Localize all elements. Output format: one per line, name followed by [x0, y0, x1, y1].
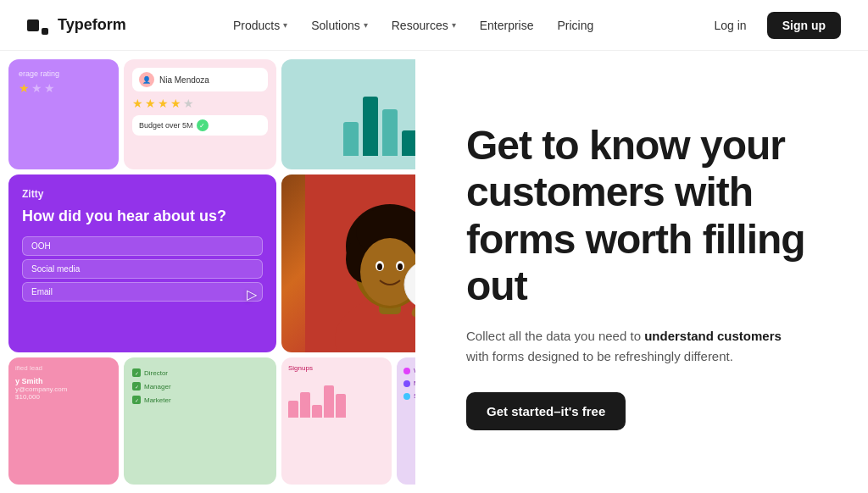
- bar: [382, 109, 398, 156]
- lead-name: y Smith: [15, 377, 112, 385]
- cta-button[interactable]: Get started–it's free: [466, 392, 626, 430]
- subtitle-end: with forms designed to be refreshingly d…: [466, 349, 733, 363]
- answer-option-3: Email ▷: [22, 282, 263, 302]
- roles-card: ✓ Director ✓ Manager ✓ Marketer: [124, 357, 276, 485]
- bar-chart-card: [281, 59, 415, 169]
- mini-bar: [288, 401, 298, 418]
- signups-card: Signups: [281, 357, 392, 485]
- svg-point-12: [398, 263, 403, 270]
- logo-text: Typeform: [58, 16, 126, 34]
- check-icon: ✓: [132, 396, 141, 404]
- photo-card: [281, 174, 415, 352]
- person-photo: [281, 174, 415, 352]
- lead-value: $10,000: [15, 393, 112, 401]
- bar: [363, 97, 378, 156]
- mini-bar: [312, 405, 322, 418]
- lead-title: ified lead: [15, 364, 112, 372]
- answer-option-1: OOH: [22, 236, 263, 256]
- user-name: Nia Mendoza: [159, 75, 209, 85]
- avatar: 👤: [139, 72, 154, 87]
- star-empty-icon: ★: [44, 81, 55, 95]
- people-item: Monday: [403, 377, 415, 390]
- main-nav: Products ▾ Solutions ▾ Resources ▾ Enter…: [223, 14, 604, 37]
- chevron-down-icon: ▾: [283, 20, 287, 30]
- form-card: Zitty How did you hear about us? OOH Soc…: [8, 174, 276, 352]
- check-icon: ✓: [132, 368, 141, 377]
- user-info: 👤 Nia Mendoza: [132, 68, 268, 91]
- bar: [343, 122, 359, 156]
- subtitle-plain: Collect all the data you need to: [466, 329, 644, 343]
- budget-label: Budget over 5M: [139, 121, 193, 130]
- mini-chart: [288, 375, 385, 418]
- hero-text: Get to know your customers with forms wo…: [415, 51, 868, 493]
- mini-bar: [336, 394, 346, 418]
- subtitle-bold: understand customers: [644, 329, 782, 343]
- signup-button[interactable]: Sign up: [767, 12, 841, 39]
- logo[interactable]: Typeform: [27, 16, 126, 35]
- nav-enterprise[interactable]: Enterprise: [470, 14, 544, 37]
- mini-bar: [300, 392, 310, 418]
- hero-illustration: erage rating ★ ★ ★ 👤 Nia Mendoza ★ ★ ★ ★: [0, 51, 415, 493]
- nav-solutions[interactable]: Solutions ▾: [301, 14, 378, 37]
- rating-label: erage rating: [19, 69, 108, 78]
- dot-icon: [403, 368, 410, 374]
- chevron-down-icon: ▾: [452, 20, 456, 30]
- chevron-down-icon: ▾: [364, 20, 368, 30]
- rating-card: erage rating ★ ★ ★: [8, 59, 119, 169]
- nav-products[interactable]: Products ▾: [223, 14, 298, 37]
- login-button[interactable]: Log in: [701, 12, 760, 39]
- hero-subtitle: Collect all the data you need to underst…: [466, 326, 788, 367]
- svg-point-11: [377, 263, 382, 270]
- hero-title: Get to know your customers with forms wo…: [466, 122, 826, 309]
- form-question: How did you hear about us?: [22, 207, 263, 226]
- nav-resources[interactable]: Resources ▾: [381, 14, 466, 37]
- lead-email: y@company.com: [15, 385, 112, 393]
- header: Typeform Products ▾ Solutions ▾ Resource…: [0, 0, 868, 51]
- logo-icon: [27, 16, 51, 35]
- dot-icon: [403, 380, 410, 387]
- dot-icon: [403, 393, 410, 400]
- header-actions: Log in Sign up: [701, 12, 841, 39]
- user-card: 👤 Nia Mendoza ★ ★ ★ ★ ★ Budget over 5M ✓: [124, 59, 276, 169]
- check-icon: ✓: [132, 382, 141, 391]
- star-empty-icon: ★: [31, 81, 42, 95]
- bar-chart: [343, 91, 415, 159]
- cursor-icon: ▷: [247, 286, 257, 302]
- role-item: ✓ Manager: [132, 379, 268, 393]
- check-icon: ✓: [197, 119, 209, 131]
- people-item: Wendy: [403, 364, 415, 377]
- answer-option-2: Social media: [22, 259, 263, 279]
- role-item: ✓ Director: [132, 366, 268, 379]
- role-item: ✓ Marketer: [132, 393, 268, 407]
- bar: [402, 130, 415, 156]
- review-stars: ★ ★ ★ ★ ★: [132, 97, 268, 110]
- signups-label: Signups: [288, 364, 385, 372]
- people-item: Stacy: [403, 390, 415, 402]
- main-content: erage rating ★ ★ ★ 👤 Nia Mendoza ★ ★ ★ ★: [0, 51, 868, 493]
- nav-pricing[interactable]: Pricing: [547, 14, 604, 37]
- brand-label: Zitty: [22, 188, 263, 200]
- star-filled-icon: ★: [19, 81, 30, 95]
- lead-card: ified lead y Smith y@company.com $10,000: [8, 357, 119, 485]
- mini-bar: [324, 385, 334, 418]
- people-card: Wendy Monday Stacy: [397, 357, 415, 485]
- budget-tag: Budget over 5M ✓: [132, 115, 268, 136]
- star-rating: ★ ★ ★: [19, 81, 108, 95]
